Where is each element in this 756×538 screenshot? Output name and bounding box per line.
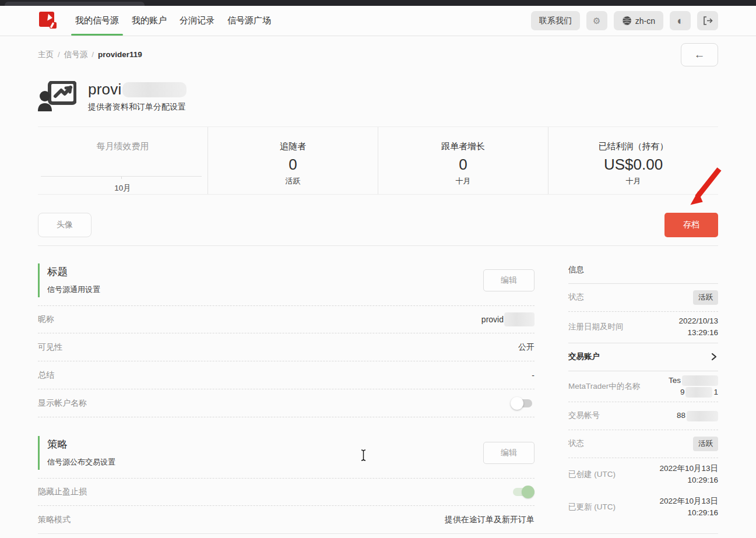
summary-value: - [532,371,535,380]
stats-row: 每月绩效费用 10月 追随者 0 活跃 跟单者增长 0 十月 已结利润（持有） … [38,126,718,195]
browser-tab-shape [5,2,145,6]
provider-header: provi 提供者资料和订单分配设置 [38,80,718,112]
trading-account-label: 交易账户 [568,351,600,363]
stat-caption: 十月 [626,176,641,187]
info-label: 状态 [568,291,584,303]
language-label: zh-cn [635,16,655,26]
updated-time: 10:29:16 [659,507,718,519]
settings-gear-button[interactable]: ⚙ [586,11,607,30]
redaction-blur [687,411,718,421]
info-label: 交易帐号 [568,410,600,421]
divider [38,245,718,246]
os-titlebar [0,0,756,6]
visibility-value: 公开 [518,342,535,353]
created-time: 10:29:16 [659,474,718,486]
info-row-status-2: 状态 活跃 [568,430,718,458]
row-visibility: 可见性 公开 [38,333,535,361]
info-row-registered: 注册日期及时间 2022/10/13 13:29:16 [568,312,718,343]
language-switch-button[interactable]: zh-cn [614,11,663,30]
nickname-value: provid [481,315,504,324]
info-panel-title: 信息 [568,261,718,284]
stat-settled-profit: 已结利润（持有） US$0.00 十月 [548,127,718,194]
info-panel: 信息 状态 活跃 注册日期及时间 2022/10/13 13:29:16 交易账… [568,258,718,534]
section-subtitle: 信号源通用设置 [47,284,100,295]
show-account-name-toggle[interactable] [511,396,535,410]
row-strategy-mode: 策略模式 提供在途订单及新开订单 [38,506,535,534]
mt-name-value: Tes [669,376,681,385]
updated-date: 2022年10月13日 [659,495,718,507]
stat-title: 跟单者增长 [441,141,485,152]
breadcrumb-separator: / [92,50,94,59]
registered-time: 13:29:16 [678,327,718,339]
breadcrumb-signals[interactable]: 信号源 [64,50,88,59]
main-content: 主页/信号源/provider119 ← provi 提供者资料和订单分配设置 [0,36,756,534]
section-strategy-header: 策略 信号源公布交易设置 编辑 [38,430,535,478]
header-actions: 联系我们 ⚙ zh-cn ◐ [531,11,718,30]
nav-item-profit-records[interactable]: 分润记录 [173,6,221,36]
brand-logo-icon[interactable] [38,10,59,31]
logout-button[interactable] [697,11,718,30]
stat-caption: 活跃 [286,176,301,187]
archive-button[interactable]: 存档 [664,213,718,237]
row-hide-tpsl: 隐藏止盈止损 [38,478,535,506]
back-arrow-icon: ← [694,48,705,61]
section-title: 策略 [47,437,115,451]
row-label: 策略模式 [38,515,71,525]
status-badge: 活跃 [693,290,718,305]
mt-name-line2-end: 1 [713,388,718,396]
stat-title: 每月绩效费用 [97,141,149,152]
info-label: MetaTrader中的名称 [568,381,640,392]
theme-toggle-button[interactable]: ◐ [670,11,691,30]
stat-value: 0 [459,156,467,174]
page: 我的信号源 我的账户 分润记录 信号源广场 联系我们 ⚙ zh-cn ◐ [0,0,756,538]
contact-us-button[interactable]: 联系我们 [531,11,580,30]
info-label: 已更新 (UTC) [568,501,616,513]
gear-icon: ⚙ [593,16,600,26]
breadcrumb-separator: / [58,50,60,59]
info-row-mt-name: MetaTrader中的名称 Tes 91 [568,371,718,403]
info-label: 注册日期及时间 [568,321,624,333]
redaction-blur [122,82,187,97]
stat-caption: 十月 [456,176,471,187]
stat-value: US$0.00 [604,156,663,174]
globe-icon [622,16,632,26]
avatar-button[interactable]: 头像 [38,213,92,237]
top-navigation: 我的信号源 我的账户 分润记录 信号源广场 联系我们 ⚙ zh-cn ◐ [0,6,756,36]
nav-item-my-signals[interactable]: 我的信号源 [69,6,125,36]
mini-chart-x-tick: 10月 [38,183,208,194]
provider-title-block: provi 提供者资料和订单分配设置 [88,80,187,112]
info-row-trading-account[interactable]: 交易账户 [568,343,718,371]
info-row-account-number: 交易帐号 88 [568,402,718,430]
edit-strategy-button[interactable]: 编辑 [483,442,535,464]
row-label: 可见性 [38,342,62,353]
stat-title: 追随者 [280,141,306,152]
logout-icon [703,16,713,25]
detail-columns: 标题 信号源通用设置 编辑 昵称 provid 可见性 公开 总结 - [38,258,718,534]
info-row-updated: 已更新 (UTC) 2022年10月13日 10:29:16 [568,491,718,523]
nav-menu: 我的信号源 我的账户 分润记录 信号源广场 [69,6,277,36]
redaction-blur [685,387,712,398]
edit-title-button[interactable]: 编辑 [483,269,535,291]
section-title: 标题 [47,265,100,279]
section-subtitle: 信号源公布交易设置 [47,457,115,467]
provider-subtitle: 提供者资料和订单分配设置 [88,102,187,112]
provider-name: provi [88,80,121,99]
created-date: 2022年10月13日 [659,463,718,474]
nav-item-signal-market[interactable]: 信号源广场 [221,6,277,36]
chevron-right-icon [710,353,718,361]
row-summary: 总结 - [38,361,535,389]
row-label: 显示帐户名称 [38,398,87,409]
row-show-account-name: 显示帐户名称 [38,389,535,417]
back-button[interactable]: ← [681,43,718,66]
registered-date: 2022/10/13 [678,315,718,327]
contrast-icon: ◐ [677,15,683,27]
stat-follower-growth: 跟单者增长 0 十月 [378,127,548,194]
row-label: 总结 [38,370,54,381]
nav-item-my-account[interactable]: 我的账户 [125,6,173,36]
breadcrumb-current: provider119 [98,50,142,59]
stat-title: 已结利润（持有） [599,141,669,152]
action-row: 头像 存档 [38,213,718,237]
hide-tpsl-toggle[interactable] [511,485,535,499]
breadcrumb-home[interactable]: 主页 [38,50,54,59]
info-label: 状态 [568,438,584,449]
